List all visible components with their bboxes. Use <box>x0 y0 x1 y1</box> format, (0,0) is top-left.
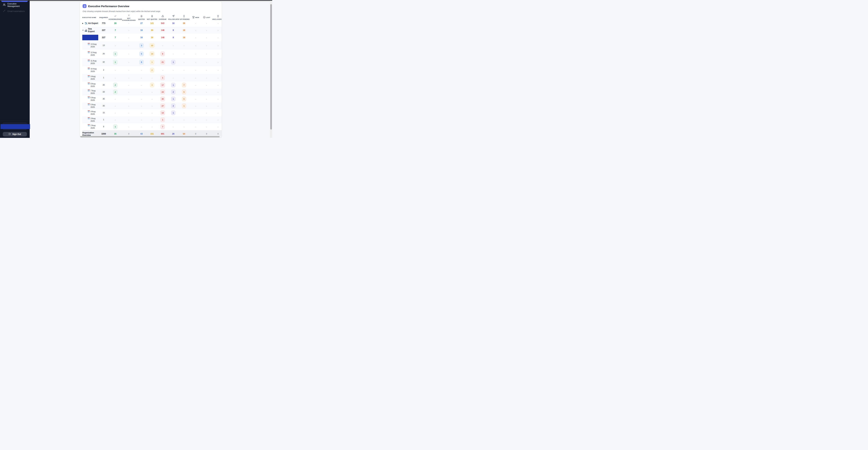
metric-cell: - <box>122 104 136 107</box>
redacted-executive-name <box>82 35 98 40</box>
metric-cell: - <box>109 69 122 71</box>
executive-name-cell: 🗓️4 Aug 2025 <box>82 110 98 116</box>
sidebar-active-item-partial[interactable] <box>1 1 28 2</box>
metric-cell: 17 <box>157 83 168 88</box>
calendar-emoji: 🗓️ <box>88 117 90 119</box>
metric-cell: - <box>202 77 212 79</box>
sidebar-footer: Sign Out <box>0 121 30 138</box>
metric-cell: - <box>190 44 202 47</box>
metric-cell: - <box>190 61 202 64</box>
calendar-emoji: 🗓️ <box>88 90 90 91</box>
metric-cell: - <box>122 44 136 47</box>
metric-cell: - <box>109 97 122 100</box>
metric-cell: 27 <box>136 22 147 25</box>
vertical-scrollbar[interactable] <box>270 1 272 138</box>
date-label: 12 Aug 2025 <box>91 51 98 57</box>
metric-cell: 2 <box>109 89 122 95</box>
horizontal-scrollbar[interactable] <box>80 136 222 138</box>
executive-name-cell: 🗓️2 Aug 2025 <box>82 124 98 130</box>
metric-cell: 1 <box>157 75 168 80</box>
calendar-emoji: 🗓️ <box>88 103 90 106</box>
metric-cell: 3 <box>136 43 147 48</box>
metric-cell: 2 <box>109 83 122 88</box>
metric-cell: - <box>179 69 190 71</box>
table-row[interactable]: ▼🚢Sea Export2277-1630148818--- <box>82 27 222 34</box>
metric-cell: - <box>157 69 168 71</box>
metric-cell: - <box>202 69 212 71</box>
column-header-not-acknowledged: NOT ACKNOWLEDGED <box>122 14 136 21</box>
executive-performance-card: Executive Performance Overview Only show… <box>80 2 222 138</box>
metric-cell: - <box>179 53 190 55</box>
table-row[interactable]: ▶✈️Air Export77328-271215431836--- <box>82 20 222 27</box>
metric-cell: - <box>179 112 190 114</box>
expandable-group[interactable]: ▶✈️Air Export <box>82 22 98 25</box>
metric-cell: - <box>136 104 147 107</box>
enquiries-cell: 1 <box>98 76 109 79</box>
enquiries-cell: 36 <box>98 97 109 100</box>
metric-cell: 1 <box>109 51 122 56</box>
metric-cell: 8 <box>168 29 179 32</box>
metric-cell: - <box>109 77 122 79</box>
enquiries-cell: 33 <box>98 90 109 94</box>
table-row: 2277-1630148818--- <box>82 34 222 41</box>
metric-cell: 148 <box>157 36 168 39</box>
metric-cell: - <box>136 112 147 114</box>
ship-emoji: 🚢 <box>85 29 87 31</box>
sidebar-item-label: Email Automations <box>7 10 25 12</box>
metric-cell: - <box>212 44 222 47</box>
enquiries-cell: 2 <box>98 68 109 72</box>
metric-cell: - <box>109 112 122 114</box>
metric-cell: 10 <box>147 43 157 48</box>
expandable-group[interactable]: ▼🚢Sea Export <box>82 28 96 33</box>
executive-name-cell: 🗓️6 Aug 2025 <box>82 96 98 102</box>
redacted-user-info <box>1 124 30 129</box>
card-header: Executive Performance Overview Only show… <box>80 2 222 12</box>
metric-cell: 18 <box>168 22 179 25</box>
metric-cell: 8 <box>136 60 147 65</box>
chevron-down-icon[interactable]: ▼ <box>82 30 84 31</box>
sign-out-button[interactable]: Sign Out <box>3 132 27 137</box>
metric-cell: 7 <box>109 36 122 39</box>
metric-cell: - <box>122 61 136 64</box>
metric-cell: - <box>190 84 202 86</box>
metric-cell: 151 <box>147 132 157 136</box>
calendar-emoji: 🗓️ <box>88 76 90 77</box>
metric-cell: 691 <box>157 132 168 136</box>
metric-cell: 30 <box>157 96 168 101</box>
metric-cell: - <box>202 29 212 32</box>
metric-cell: - <box>179 118 190 121</box>
metric-cell: - <box>212 84 222 86</box>
enquiries-cell: 1 <box>98 118 109 121</box>
document-icon <box>141 15 143 18</box>
app-screen: Executive Management Email Automations S… <box>0 0 272 138</box>
sidebar-item-executive-management[interactable]: Executive Management <box>0 3 30 7</box>
metric-cell: 36 <box>179 22 190 25</box>
metric-cell: - <box>190 125 202 128</box>
metric-cell: - <box>122 118 136 121</box>
calendar-emoji: 🗓️ <box>88 124 90 126</box>
sidebar: Executive Management Email Automations S… <box>0 1 30 138</box>
metric-cell: 5 <box>136 51 147 56</box>
enquiries-cell: 15 <box>98 111 109 114</box>
date-label: 6 Aug 2025 <box>91 96 98 102</box>
horizontal-scrollbar-thumb[interactable] <box>80 136 220 137</box>
column-header-not-quoted: NOT QUOTED <box>147 15 157 20</box>
metric-cell: - <box>122 36 136 39</box>
metric-cell: - <box>190 69 202 71</box>
x-icon <box>128 14 130 17</box>
metric-cell: - <box>136 77 147 79</box>
metric-cell: 1 <box>179 103 190 109</box>
date-label: 2 Aug 2025 <box>91 124 98 129</box>
metric-cell: 2 <box>168 103 179 109</box>
vertical-scrollbar-thumb[interactable] <box>270 4 272 129</box>
sidebar-item-email-automations[interactable]: Email Automations <box>0 9 30 13</box>
chevron-right-icon[interactable]: ▶ <box>82 23 84 24</box>
footer-enquiries-cell: 1000 <box>98 132 109 136</box>
metric-cell: - <box>122 29 136 32</box>
metric-cell: 1 <box>168 60 179 65</box>
column-header-enquiries: ENQUIRIES <box>98 17 109 19</box>
metric-cell: - <box>122 91 136 93</box>
metric-cell: - <box>136 91 147 93</box>
executive-name-cell <box>82 34 98 41</box>
metric-cell: - <box>157 44 168 47</box>
